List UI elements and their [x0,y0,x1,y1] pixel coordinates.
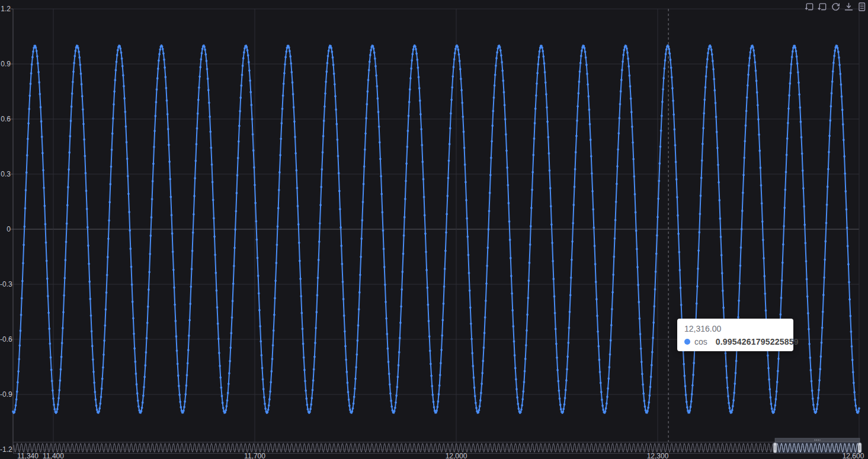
toolbox [805,2,867,12]
y-axis-label: 0.9 [0,60,11,68]
tooltip-series-row: cos 0.9954261795225859 [684,337,786,346]
restore-icon[interactable] [831,2,841,12]
y-axis-label: -0.6 [0,335,11,344]
x-axis-label: 12,600 [843,452,864,459]
tooltip: 12,316.00 cos 0.9954261795225859 [677,319,793,351]
tooltip-x-value: 12,316.00 [684,323,786,334]
x-axis-label: 11,340 [17,452,39,459]
y-axis-label: 1.2 [0,5,11,13]
x-axis-label: 12,000 [446,452,467,459]
tooltip-series-name: cos [694,337,707,346]
x-axis-label: 11,400 [43,452,64,459]
y-axis-label: 0 [0,225,11,233]
x-axis-label: 12,300 [647,452,669,459]
data-view-icon[interactable] [857,2,867,12]
y-axis-label: -0.9 [0,390,11,399]
y-axis-label: -0.3 [0,280,11,288]
y-axis-label: 0.6 [0,115,11,123]
x-axis-label: 11,700 [244,452,265,459]
datazoom-move-handle[interactable] [775,438,860,442]
zoom-select-icon[interactable] [805,2,815,12]
tooltip-series-value: 0.9954261795225859 [716,337,799,346]
y-axis-label: -1.2 [0,445,11,454]
zoom-reset-icon[interactable] [818,2,828,12]
line-chart-canvas [0,0,868,459]
y-axis-label: 0.3 [0,170,11,178]
series-color-dot [684,339,690,345]
chart-root: 1.20.90.60.30-0.3-0.6-0.9-1.2 11,34011,4… [0,0,868,459]
save-image-icon[interactable] [844,2,854,12]
